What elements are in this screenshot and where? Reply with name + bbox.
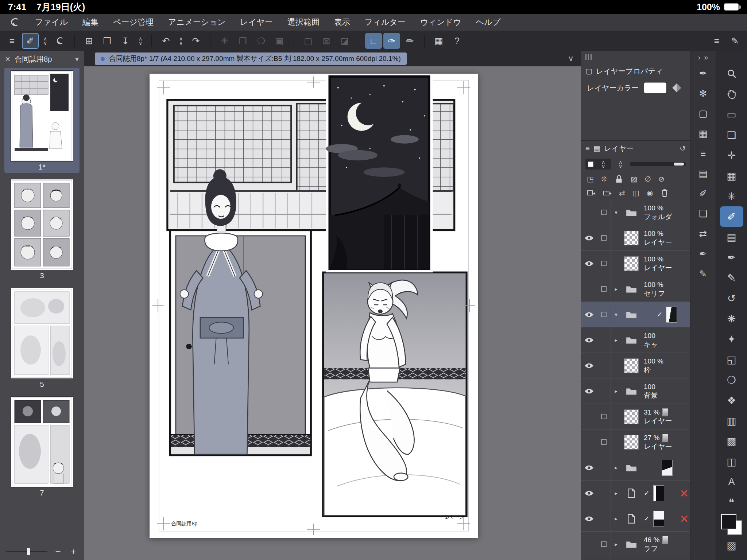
edit-layout-button[interactable]: ✎ xyxy=(727,33,743,49)
folder-icon[interactable] xyxy=(621,455,642,480)
visibility-toggle[interactable] xyxy=(581,302,597,327)
color-well[interactable] xyxy=(721,514,742,535)
expand-chevron[interactable]: ▸ xyxy=(611,327,621,353)
chevron-down-icon[interactable]: ▾ xyxy=(75,55,79,63)
page-thumbnail-1[interactable]: 1* xyxy=(4,68,80,173)
new-page-button[interactable]: ⊞ xyxy=(81,33,97,49)
clip-studio-logo-icon[interactable] xyxy=(9,17,20,28)
layer-row-selected[interactable]: ▾ ✓ xyxy=(581,302,690,327)
current-tool-button[interactable]: ✐ xyxy=(22,33,39,49)
visibility-toggle[interactable] xyxy=(581,404,597,429)
expand-chevron[interactable]: ▸ xyxy=(611,532,621,557)
layer-row[interactable]: ▸ 100 キャ xyxy=(581,327,690,353)
tool-layers[interactable]: ▤ xyxy=(720,227,743,247)
layer-thumbnail[interactable] xyxy=(653,485,664,501)
subtool-palette-button[interactable]: ✒ xyxy=(693,63,713,83)
menu-animation[interactable]: アニメーション xyxy=(168,17,225,28)
sidebar-toggle-button[interactable]: ≡ xyxy=(4,33,20,49)
visibility-toggle[interactable] xyxy=(581,455,597,480)
workspace-menu-button[interactable]: ≡ xyxy=(708,33,725,49)
expand-chevron[interactable]: ▸ xyxy=(611,378,621,404)
liquify-button[interactable]: ❍ xyxy=(253,33,270,49)
layer-mask-button[interactable]: ◉ xyxy=(647,188,653,197)
tool-wand[interactable]: ✳ xyxy=(720,186,743,206)
tool-figure[interactable]: ◫ xyxy=(720,451,743,472)
folder-icon[interactable] xyxy=(621,200,642,225)
tool-blend-drop[interactable]: ❍ xyxy=(720,370,743,390)
visibility-toggle[interactable] xyxy=(581,506,597,531)
thumbnail-zoom-slider[interactable] xyxy=(6,551,47,552)
lock-alpha-button[interactable]: ▨ xyxy=(631,175,638,183)
menu-file[interactable]: ファイル xyxy=(35,17,68,28)
new-layer-button[interactable] xyxy=(587,188,596,197)
dock-grip[interactable] xyxy=(581,51,690,63)
tool-brush-active[interactable]: ✐ xyxy=(720,206,743,227)
visibility-toggle[interactable] xyxy=(581,327,597,353)
auto-action-palette-button[interactable]: ✎ xyxy=(693,264,713,284)
folder-icon[interactable] xyxy=(621,302,642,327)
draft-layer-button[interactable]: ∅ xyxy=(645,175,651,183)
opacity-slider[interactable] xyxy=(630,162,686,166)
snap-ruler-button[interactable]: ∟ xyxy=(365,33,382,49)
visibility-toggle[interactable] xyxy=(581,200,597,225)
mask-thumbnail[interactable] xyxy=(662,536,668,544)
page-thumbnail-5[interactable]: 5 xyxy=(4,285,80,390)
filter-button[interactable]: ✳ xyxy=(216,33,233,49)
layer-checkbox[interactable] xyxy=(597,200,611,225)
invert-selection-button[interactable]: ◪ xyxy=(336,33,353,49)
deselect-button[interactable]: ⊠ xyxy=(318,33,335,49)
layer-row[interactable]: 27 % レイヤー xyxy=(581,429,690,455)
layer-palette-button[interactable]: ❏ xyxy=(693,204,713,224)
collapse-all-button[interactable]: » xyxy=(704,53,708,62)
color-set-palette-button[interactable]: ▦ xyxy=(693,124,713,144)
tool-tone[interactable]: ▩ xyxy=(720,431,743,451)
folder-icon[interactable] xyxy=(621,276,642,302)
expand-chevron[interactable]: ▸ xyxy=(611,481,621,506)
expand-chevron[interactable]: ▾ xyxy=(611,200,621,225)
snap-special-ruler-button[interactable]: ✑ xyxy=(383,33,400,49)
help-button[interactable]: ? xyxy=(449,33,465,49)
page-thumbnail-3[interactable]: 3 xyxy=(4,176,80,281)
main-color-swatch[interactable] xyxy=(721,514,736,529)
tool-zoom[interactable] xyxy=(720,63,743,84)
chevron-down-icon[interactable]: ∨ xyxy=(568,54,574,63)
quick-access-palette-button[interactable]: ≡ xyxy=(693,144,713,164)
visibility-toggle[interactable] xyxy=(581,481,597,506)
zoom-slider-handle[interactable] xyxy=(27,548,30,555)
close-page-list-button[interactable]: × xyxy=(5,54,10,64)
file-layer-icon[interactable] xyxy=(621,506,642,531)
blend-mode-select[interactable]: ∧∨ xyxy=(585,159,611,170)
expand-chevron[interactable]: ▾ xyxy=(611,302,621,327)
layer-row[interactable]: ▸ ✓ xyxy=(581,481,690,506)
transfer-layer-button[interactable]: ⇄ xyxy=(619,188,625,197)
tool-property-palette-button[interactable]: ✻ xyxy=(693,83,713,104)
layer-row[interactable]: 100 % 枠 xyxy=(581,353,690,378)
layer-checkbox[interactable] xyxy=(597,225,611,250)
tool-pen[interactable]: ✒ xyxy=(720,247,743,268)
hamburger-icon[interactable]: ≡ xyxy=(585,144,590,153)
history-palette-button[interactable]: ✒ xyxy=(693,244,713,264)
tool-rotate[interactable]: ↺ xyxy=(720,288,743,308)
tool-move[interactable]: ✛ xyxy=(720,145,743,166)
layer-row[interactable]: ▸ ✓ xyxy=(581,506,690,532)
mask-thumbnail[interactable] xyxy=(662,434,668,442)
expand-chevron[interactable]: ▸ xyxy=(611,455,621,480)
menu-filter[interactable]: フィルター xyxy=(365,17,406,28)
layer-thumbnail[interactable] xyxy=(621,429,642,455)
layer-color-toggle-icon[interactable] xyxy=(671,83,682,93)
select-rect-button[interactable]: ▢ xyxy=(300,33,317,49)
layer-checkbox[interactable] xyxy=(597,429,611,455)
timeline-palette-button[interactable]: ▤ xyxy=(693,164,713,184)
tool-pencil[interactable]: ✎ xyxy=(720,268,743,288)
tool-effect[interactable]: ✦ xyxy=(720,329,743,349)
crop-button[interactable]: ▣ xyxy=(271,33,288,49)
layer-color-swatch[interactable] xyxy=(644,82,666,93)
visibility-toggle[interactable] xyxy=(581,276,597,302)
snap-grid-button[interactable]: ✏ xyxy=(402,33,418,49)
tool-frame[interactable]: ▭ xyxy=(720,104,743,125)
layer-thumbnail[interactable] xyxy=(621,251,642,276)
delete-layer-button[interactable] xyxy=(660,188,669,197)
material-palette-button[interactable]: ✐ xyxy=(693,184,713,204)
layer-row[interactable]: ▸ 100 % セリフ xyxy=(581,276,690,302)
page-stepper[interactable]: ∧∨ xyxy=(135,36,146,45)
